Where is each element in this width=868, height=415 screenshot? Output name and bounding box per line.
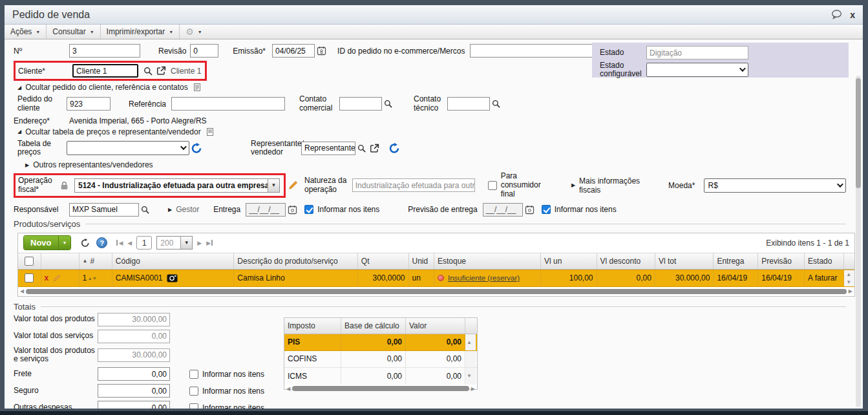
- pedido-cliente-field[interactable]: 923: [67, 97, 111, 111]
- camera-icon[interactable]: [167, 273, 178, 282]
- row-checkbox[interactable]: [25, 273, 34, 282]
- revisao-field[interactable]: 0: [190, 44, 218, 58]
- impostos-hscrollbar[interactable]: ◀ ▶: [284, 385, 477, 393]
- novo-button[interactable]: Novo ▼: [23, 235, 71, 250]
- external-link-icon[interactable]: [370, 144, 379, 153]
- menu-settings[interactable]: ⚙ ▼: [180, 25, 208, 39]
- search-icon[interactable]: [141, 206, 149, 214]
- select-all-checkbox[interactable]: [25, 257, 34, 266]
- search-icon[interactable]: [357, 144, 366, 153]
- previsao-header-cell[interactable]: Previsão: [758, 253, 805, 269]
- search-icon[interactable]: [492, 100, 500, 108]
- entrega-date-field[interactable]: __/__/__: [246, 203, 286, 217]
- page-size-select[interactable]: 200 ▼: [156, 236, 193, 250]
- move-row-down-icon[interactable]: ▾: [93, 275, 96, 281]
- refresh-icon[interactable]: [389, 143, 400, 154]
- imposto-row-pis[interactable]: PIS 0,00 0,00 ▲: [284, 334, 477, 351]
- vltot-header-cell[interactable]: Vl tot: [655, 253, 714, 269]
- scroll-left-icon[interactable]: ◀: [20, 288, 24, 294]
- toggle-mais-informacoes[interactable]: ▶ Mais informações fiscais: [571, 176, 661, 195]
- responsavel-field[interactable]: MXP Samuel: [69, 203, 139, 217]
- unid-header-cell[interactable]: Unid: [409, 253, 434, 269]
- menu-imprimir-exportar[interactable]: Imprimir/exportar▼: [101, 25, 180, 39]
- estado-configuravel-select[interactable]: [646, 63, 748, 77]
- impostos-scroll-up[interactable]: ▲: [465, 334, 476, 350]
- last-page-button[interactable]: ▶: [206, 240, 213, 246]
- moeda-select[interactable]: R$: [704, 178, 846, 193]
- search-icon[interactable]: [384, 100, 392, 108]
- contato-tecnico-field[interactable]: [447, 97, 490, 111]
- document-icon[interactable]: [194, 83, 200, 91]
- estoque-header-cell[interactable]: Estoque: [434, 253, 541, 269]
- seguro-informar-checkbox[interactable]: [189, 387, 198, 396]
- codigo-header-cell[interactable]: Código: [112, 253, 235, 269]
- search-icon[interactable]: [143, 67, 153, 76]
- toggle-gestor[interactable]: ▶ Gestor: [168, 205, 199, 214]
- descricao-header-cell[interactable]: Descrição do produto/serviço: [234, 253, 357, 269]
- vldesconto-header-cell[interactable]: Vl desconto: [597, 253, 655, 269]
- refresh-grid-icon[interactable]: [80, 238, 90, 248]
- external-link-icon[interactable]: [156, 66, 166, 76]
- scroll-left-icon[interactable]: ◀: [286, 386, 290, 392]
- comment-bubble-icon[interactable]: [831, 10, 842, 19]
- move-row-up-icon[interactable]: ▴: [89, 275, 91, 281]
- qt-header-cell[interactable]: Qt: [358, 253, 409, 269]
- outras-despesas-field[interactable]: 0,00: [98, 401, 170, 409]
- delete-row-icon[interactable]: x: [45, 273, 49, 282]
- toggle-pedido-cliente[interactable]: ◢ Ocultar pedido do cliente, referência …: [17, 83, 846, 92]
- emissao-field[interactable]: 04/06/25: [272, 44, 315, 58]
- refresh-icon[interactable]: [191, 143, 202, 154]
- estoque-link[interactable]: Insuficiente (reservar): [448, 274, 520, 282]
- referencia-field[interactable]: [171, 97, 285, 111]
- imposto-row-cofins[interactable]: COFINS 0,00 0,00: [284, 351, 477, 368]
- toggle-outros-representantes[interactable]: ▶ Outros representantes/vendedores: [25, 160, 846, 169]
- hscroll-thumb[interactable]: [26, 289, 847, 294]
- previsao-informar-checkbox[interactable]: [542, 205, 551, 214]
- grid-hscrollbar[interactable]: ◀ ▶: [18, 287, 854, 296]
- calendar-icon[interactable]: [525, 205, 535, 215]
- window-scrollbar[interactable]: [856, 76, 861, 407]
- imposto-header-cell[interactable]: Imposto: [284, 318, 341, 334]
- hscroll-thumb[interactable]: [292, 386, 469, 391]
- operacao-fiscal-select[interactable]: 5124 - Industrialização efetuada para ou…: [74, 178, 280, 193]
- estado-header-cell[interactable]: Estado: [805, 253, 844, 269]
- valor-header-cell[interactable]: Valor: [406, 318, 465, 334]
- prev-page-button[interactable]: ◀: [127, 240, 132, 246]
- num-header-cell[interactable]: ▲ #: [79, 253, 112, 269]
- close-icon[interactable]: x: [850, 10, 855, 19]
- imposto-row-icms[interactable]: ICMS 0,00 0,00 ▼: [284, 368, 477, 385]
- help-icon[interactable]: ?: [96, 237, 107, 248]
- calendar-icon[interactable]: [317, 46, 326, 56]
- numero-field[interactable]: 3: [69, 44, 140, 58]
- vlun-header-cell[interactable]: Vl un: [541, 253, 597, 269]
- scroll-right-icon[interactable]: ▶: [471, 386, 475, 392]
- previsao-date-field[interactable]: __/__/__: [483, 203, 523, 217]
- entrega-header-cell[interactable]: Entrega: [714, 253, 758, 269]
- cliente-input[interactable]: Cliente 1: [72, 64, 138, 78]
- representante-field[interactable]: Representante A: [301, 142, 355, 155]
- scroll-right-icon[interactable]: ▶: [849, 288, 852, 294]
- base-header-cell[interactable]: Base de cálculo: [341, 318, 406, 334]
- contato-comercial-field[interactable]: [339, 97, 382, 111]
- impostos-scroll-down[interactable]: ▼: [465, 368, 476, 385]
- page-number-field[interactable]: 1: [136, 236, 152, 250]
- seguro-field[interactable]: 0,00: [98, 384, 170, 398]
- consumidor-final-checkbox[interactable]: [488, 181, 497, 190]
- first-page-button[interactable]: ◀: [116, 240, 123, 246]
- calendar-icon[interactable]: [288, 205, 297, 215]
- menu-consultar[interactable]: Consultar▼: [47, 25, 100, 39]
- menu-acoes[interactable]: Ações▼: [5, 25, 47, 39]
- edit-pencil-icon[interactable]: [288, 180, 299, 191]
- ecommerce-field[interactable]: [470, 44, 600, 58]
- document-icon[interactable]: [207, 128, 213, 136]
- toggle-tabela-precos[interactable]: ◢ Ocultar tabela de preços e representan…: [17, 127, 846, 136]
- grid-vscrollbar[interactable]: ▲ ▼: [844, 270, 854, 286]
- entrega-informar-checkbox[interactable]: [304, 205, 313, 214]
- edit-row-icon[interactable]: [52, 273, 61, 282]
- tabela-precos-select[interactable]: [67, 141, 189, 155]
- produto-table-row[interactable]: x 1 ▴ ▾ CAMISA0001: [18, 270, 854, 287]
- frete-informar-checkbox[interactable]: [189, 370, 198, 379]
- frete-field[interactable]: 0,00: [98, 367, 170, 381]
- outras-informar-checkbox[interactable]: [189, 403, 198, 409]
- next-page-button[interactable]: ▶: [197, 240, 202, 246]
